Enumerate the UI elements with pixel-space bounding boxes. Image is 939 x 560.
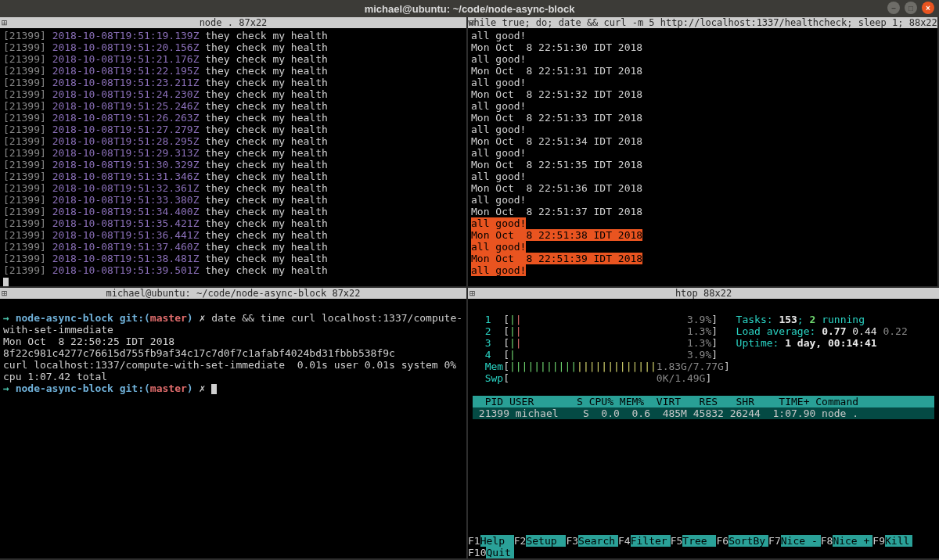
close-button[interactable]: × <box>922 2 934 14</box>
htop-process-row[interactable]: 21399 michael S 0.0 0.6 485M 45832 26244… <box>473 407 934 419</box>
log-message: they check my health <box>205 229 328 241</box>
log-pid: [21399] <box>3 264 46 276</box>
log-timestamp: 2018-10-08T19:51:35.421Z <box>52 217 200 229</box>
git-label: git:( <box>113 312 150 324</box>
curl-output-line: Mon Oct 8 22:51:32 IDT 2018 <box>471 88 642 100</box>
curl-output-line: Mon Oct 8 22:51:37 IDT 2018 <box>471 206 642 217</box>
log-pid: [21399] <box>3 112 46 124</box>
curl-output-line: all good! <box>471 30 526 41</box>
log-message: they check my health <box>205 124 328 135</box>
git-branch: master <box>150 312 187 324</box>
log-pid: [21399] <box>3 241 46 253</box>
curl-output-line: all good! <box>471 171 526 182</box>
fkey-action[interactable]: Setup <box>526 535 566 547</box>
fkey-action[interactable]: Tree <box>682 535 716 547</box>
fkey-action[interactable]: Filter <box>631 535 671 547</box>
log-message: they check my health <box>205 171 328 182</box>
curl-output-line: all good! <box>471 147 526 159</box>
log-timestamp: 2018-10-08T19:51:28.295Z <box>52 135 200 147</box>
curl-output-line: all good! <box>471 100 526 112</box>
cpu-row: 3 [|| 1.3%] Uptime: 1 day, 00:14:41 <box>473 337 877 349</box>
curl-output-line: Mon Oct 8 22:51:35 IDT 2018 <box>471 159 642 171</box>
log-pid: [21399] <box>3 100 46 112</box>
shell-output[interactable]: → node-async-block git:(master) ✗ date &… <box>0 299 466 407</box>
git-branch: master <box>150 382 187 394</box>
fkey-action[interactable]: Kill <box>885 535 912 547</box>
log-pid: [21399] <box>3 217 46 229</box>
curl-output-line-highlight: Mon Oct 8 22:51:39 IDT 2018 <box>471 253 642 264</box>
fkey-label: F8 <box>821 535 833 547</box>
log-timestamp: 2018-10-08T19:51:37.460Z <box>52 241 200 253</box>
cpu-row: 4 [| 3.9%] <box>473 349 718 361</box>
fkey-label: F4 <box>618 535 631 547</box>
htop-column-header[interactable]: PID USER S CPU% MEM% VIRT RES SHR TIME+ … <box>473 396 934 407</box>
log-pid: [21399] <box>3 53 46 65</box>
pane-title-text: node . 87x22 <box>200 17 268 28</box>
log-message: they check my health <box>205 159 328 171</box>
healthcheck-output: all good! Mon Oct 8 22:51:30 IDT 2018 al… <box>468 28 937 278</box>
curl-output-line: Mon Oct 8 22:51:30 IDT 2018 <box>471 41 642 53</box>
log-pid: [21399] <box>3 229 46 241</box>
log-timestamp: 2018-10-08T19:51:25.246Z <box>52 100 200 112</box>
pane-corner-icon: ⊞ <box>2 288 7 299</box>
log-pid: [21399] <box>3 41 46 53</box>
pane-corner-icon: ⊞ <box>470 17 475 28</box>
log-timestamp: 2018-10-08T19:51:31.346Z <box>52 171 200 182</box>
maximize-button[interactable]: □ <box>905 2 917 14</box>
git-close: ) <box>187 382 193 394</box>
cmd-out-line: 8f22c981c4277c76615d755fb9af34c17c7d0f7c… <box>3 347 395 359</box>
log-timestamp: 2018-10-08T19:51:34.400Z <box>52 206 200 217</box>
pane-htop[interactable]: ⊞ htop 88x22 1 [|| 3.9%] Tasks: 153; 2 r… <box>468 288 939 560</box>
htop-footer: F1Help F2Setup F3SearchF4FilterF5Tree F6… <box>468 535 939 558</box>
log-message: they check my health <box>205 194 328 206</box>
fkey-action[interactable]: Nice - <box>781 535 821 547</box>
log-message: they check my health <box>205 65 328 77</box>
log-message: they check my health <box>205 182 328 194</box>
curl-output-line: all good! <box>471 194 526 206</box>
log-pid: [21399] <box>3 182 46 194</box>
log-pid: [21399] <box>3 171 46 182</box>
prompt-symbol: ✗ <box>193 382 211 394</box>
pane-shell[interactable]: ⊞ michael@ubuntu: ~/code/node-async-bloc… <box>0 288 468 560</box>
log-pid: [21399] <box>3 206 46 217</box>
pane-title: ⊞ michael@ubuntu: ~/code/node-async-bloc… <box>0 288 466 299</box>
minimize-button[interactable]: – <box>887 2 900 14</box>
log-timestamp: 2018-10-08T19:51:38.481Z <box>52 253 200 264</box>
log-pid: [21399] <box>3 135 46 147</box>
pane-title: ⊞ node . 87x22 <box>0 17 466 28</box>
log-timestamp: 2018-10-08T19:51:20.156Z <box>52 41 200 53</box>
cpu-row: 2 [|| 1.3%] Load average: 0.77 0.44 0.22 <box>473 325 908 337</box>
log-timestamp: 2018-10-08T19:51:27.279Z <box>52 124 200 135</box>
window-title: michael@ubuntu: ~/code/node-async-block <box>365 3 575 15</box>
log-message: they check my health <box>205 53 328 65</box>
curl-output-line: Mon Oct 8 22:51:34 IDT 2018 <box>471 135 642 147</box>
cpu-row: 1 [|| 3.9%] Tasks: 153; 2 running <box>473 314 865 325</box>
cursor[interactable] <box>211 384 217 394</box>
pane-corner-icon: ⊞ <box>2 17 7 28</box>
pane-corner-icon: ⊞ <box>470 288 475 299</box>
curl-output-line: all good! <box>471 53 526 65</box>
fkey-label: F10 <box>468 547 486 558</box>
fkey-action[interactable]: Nice + <box>833 535 872 547</box>
curl-output-line-highlight: Mon Oct 8 22:51:38 IDT 2018 <box>471 229 642 241</box>
log-timestamp: 2018-10-08T19:51:19.139Z <box>52 30 200 41</box>
pane-node-log[interactable]: ⊞ node . 87x22 [21399] 2018-10-08T19:51:… <box>0 17 468 288</box>
log-output: [21399] 2018-10-08T19:51:19.139Z they ch… <box>0 28 466 288</box>
log-message: they check my health <box>205 241 328 253</box>
pane-title: ⊞ htop 88x22 <box>468 288 939 299</box>
fkey-action[interactable]: SortBy <box>729 535 768 547</box>
fkey-action[interactable]: Quit <box>486 547 513 558</box>
prompt-arrow-icon: → <box>3 312 16 324</box>
log-message: they check my health <box>205 264 328 276</box>
log-timestamp: 2018-10-08T19:51:24.230Z <box>52 88 200 100</box>
pane-healthcheck[interactable]: ⊞ while true; do; date && curl -m 5 http… <box>468 17 939 288</box>
log-timestamp: 2018-10-08T19:51:29.313Z <box>52 147 200 159</box>
fkey-action[interactable]: Search <box>578 535 618 547</box>
swp-row: Swp[ 0K/1.49G] <box>473 372 711 384</box>
curl-output-line: Mon Oct 8 22:51:36 IDT 2018 <box>471 182 642 194</box>
log-pid: [21399] <box>3 253 46 264</box>
log-message: they check my health <box>205 100 328 112</box>
fkey-action[interactable]: Help <box>480 535 514 547</box>
log-pid: [21399] <box>3 30 46 41</box>
log-message: they check my health <box>205 77 328 88</box>
